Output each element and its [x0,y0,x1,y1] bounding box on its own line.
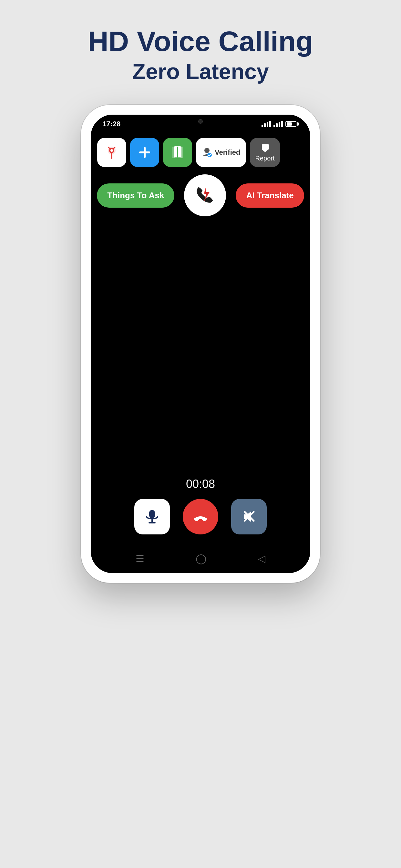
svg-point-6 [204,148,210,153]
notch [165,115,236,129]
end-call-button[interactable] [183,499,218,534]
app-icons-row: Verified Report [97,138,304,167]
phone-frame: 17:28 [81,105,320,583]
back-nav-icon[interactable]: ☰ [135,553,144,564]
camera-notch [198,119,203,124]
svg-rect-8 [262,144,269,150]
bar4 [269,121,271,127]
speaker-button[interactable] [231,499,267,534]
status-icons [261,121,299,127]
bar1 [274,125,275,127]
call-timer: 00:08 [91,477,310,491]
phone-screen: 17:28 [91,115,310,573]
things-to-ask-button[interactable]: Things To Ask [97,183,174,208]
bottom-controls [91,499,310,534]
bar3 [267,122,268,127]
mute-button[interactable] [134,499,170,534]
book-icon[interactable] [163,138,192,167]
bar1 [261,125,263,127]
bar4 [281,121,283,127]
report-button[interactable]: Report [250,138,280,167]
signal-bars-2 [274,121,283,127]
svg-marker-9 [262,150,268,152]
bar2 [264,123,266,127]
report-text: Report [255,155,274,162]
call-icon-circle [184,175,226,216]
add-contact-icon[interactable] [130,138,159,167]
svg-point-2 [111,149,113,152]
battery-fill [287,122,292,126]
page-title-sub: Zero Latency [88,57,313,86]
verified-text: Verified [215,148,240,157]
home-nav-icon[interactable]: ◯ [196,553,207,564]
status-time: 17:28 [102,120,120,128]
ai-translate-button[interactable]: AI Translate [236,183,304,208]
bar3 [279,122,280,127]
battery-tip [297,122,299,126]
svg-rect-10 [149,510,155,518]
signal-bars-1 [261,121,271,127]
verified-badge[interactable]: Verified [196,138,246,167]
page-title-main: HD Voice Calling [88,26,313,57]
battery-icon [285,121,299,127]
call-center: Things To Ask AI Translate [91,175,310,216]
bottom-nav: ☰ ◯ ◁ [91,553,310,564]
bar2 [276,123,278,127]
recents-nav-icon[interactable]: ◁ [258,553,266,564]
tracking-app-icon[interactable] [97,138,126,167]
page-header: HD Voice Calling Zero Latency [88,26,313,86]
battery-body [285,121,297,127]
